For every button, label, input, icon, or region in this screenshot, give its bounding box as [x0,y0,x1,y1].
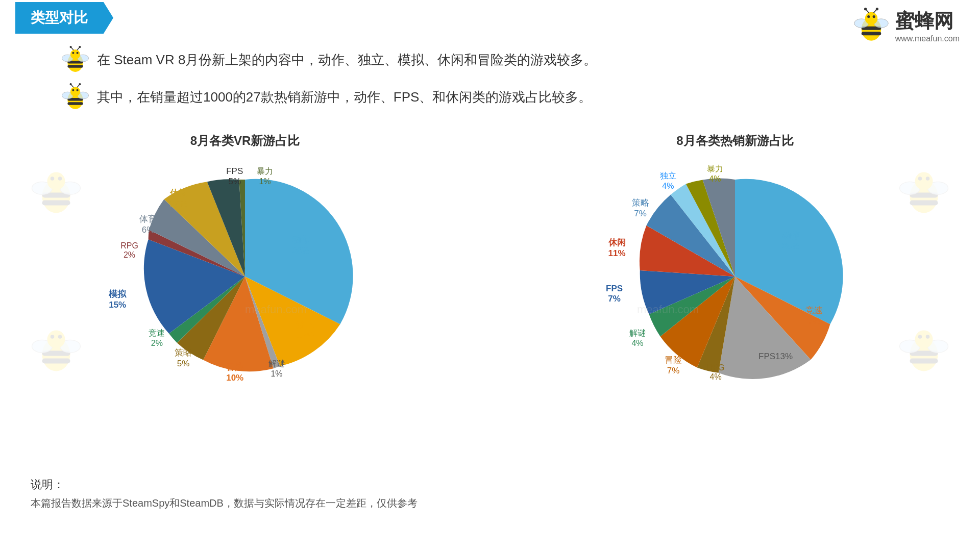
logo-name: 蜜蜂网 [895,8,953,34]
svg-point-57 [915,172,933,190]
svg-point-41 [47,172,65,190]
deco-bee-right [898,163,949,221]
svg-point-21 [70,46,72,48]
label2-jiemi: 解谜4% [629,328,646,348]
svg-point-51 [58,335,62,339]
svg-point-59 [926,177,930,181]
label-tiyu: 体育6% [139,213,157,235]
svg-point-18 [72,52,74,54]
svg-point-43 [58,177,62,181]
svg-point-9 [864,8,867,10]
svg-line-20 [71,47,74,51]
svg-rect-38 [42,201,70,206]
label2-maoxian: 冒险7% [665,354,682,376]
svg-rect-46 [42,359,70,364]
logo-text-group: 蜜蜂网 www.meafun.com [895,8,960,43]
svg-point-66 [918,335,922,339]
svg-point-58 [918,177,922,181]
deco-bee-left-2 [31,321,82,380]
label2-baoli: 暴力4% [707,164,723,184]
label-baoli1: 暴力1% [257,166,273,186]
label2-rpg: RPG4% [707,363,725,382]
header: 类型对比 [0,0,980,36]
desc-text-1: 在 Steam VR 8月份新上架的内容中，动作、独立、模拟、休闲和冒险类的游戏… [97,50,597,70]
svg-point-30 [72,89,74,91]
chart2-container: 8月各类热销新游占比 [526,133,944,394]
label2-fps13: FPS13% [758,352,793,362]
desc-bee-icon-1 [61,46,89,74]
svg-point-11 [875,8,878,10]
svg-rect-54 [910,201,938,206]
desc-text-2: 其中，在销量超过1000的27款热销新游中，动作、FPS、和休闲类的游戏占比较多… [97,87,592,107]
svg-point-7 [872,15,875,18]
label2-xiuxian: 休闲11% [608,237,626,259]
footer-section: 说明： 本篇报告数据来源于SteamSpy和SteamDB，数据与实际情况存在一… [31,477,418,510]
logo-url: www.meafun.com [895,34,960,43]
svg-point-5 [865,12,877,25]
svg-rect-26 [67,102,83,105]
svg-point-29 [70,87,80,96]
desc-line-1: 在 Steam VR 8月份新上架的内容中，动作、独立、模拟、休闲和冒险类的游戏… [61,46,878,74]
svg-point-67 [926,335,930,339]
chart1-container: 8月各类VR新游占比 [36,133,454,394]
label-dongzuo: 动作26% [292,234,309,256]
svg-point-33 [70,83,72,85]
svg-point-17 [70,49,80,59]
svg-point-65 [915,331,933,348]
svg-point-31 [77,89,79,91]
svg-rect-2 [861,32,881,35]
label-maoxian: 冒险10% [226,361,243,383]
svg-line-34 [77,85,80,88]
desc-line-2: 其中，在销量超过1000的27款热销新游中，动作、FPS、和休闲类的游戏占比较多… [61,83,878,111]
svg-point-23 [79,46,81,48]
svg-point-50 [51,335,55,339]
label-moni: 模拟15% [109,288,126,310]
chart2-pie: 动作26% 竞速7% FPS13% RPG4% 冒险7% 解谜4% FPS7% … [618,159,852,394]
svg-point-42 [51,177,55,181]
chart1-pie: 动作26% 独立17% 解谜1% 冒险10% 策略5% 竞速2% 模拟15% R… [128,159,362,394]
chart1-title: 8月各类VR新游占比 [190,133,300,149]
svg-rect-62 [910,359,938,364]
title-badge: 类型对比 [15,2,113,34]
footer-note-label: 说明： [31,477,418,492]
label-fps1: FPS5% [226,166,243,187]
label-xiuxian: 休闲10% [170,187,187,209]
label2-fps7: FPS7% [606,284,623,304]
page-title: 类型对比 [31,10,88,26]
desc-bee-icon-2 [61,83,89,111]
svg-line-10 [873,10,876,13]
svg-point-19 [77,52,79,54]
svg-line-8 [866,10,869,13]
svg-line-32 [71,85,74,88]
svg-rect-14 [67,65,83,68]
label2-celue: 策略7% [632,197,649,219]
logo: 蜜蜂网 www.meafun.com [853,8,960,43]
footer-note: 本篇报告数据来源于SteamSpy和SteamDB，数据与实际情况存在一定差距，… [31,496,418,510]
deco-bee-right-2 [898,321,949,380]
svg-point-49 [47,331,65,348]
svg-line-22 [77,47,80,51]
label-duli: 独立17% [297,319,314,341]
label2-jingsu: 竞速7% [805,305,823,327]
chart2-title: 8月各类热销新游占比 [676,133,793,149]
svg-point-6 [867,15,870,18]
label2-duli: 独立4% [660,171,676,191]
svg-point-35 [79,83,81,85]
deco-bee-left [31,163,82,221]
logo-bee-icon [853,8,889,43]
label-jiemi: 解谜1% [268,359,285,379]
description-section: 在 Steam VR 8月份新上架的内容中，动作、独立、模拟、休闲和冒险类的游戏… [61,46,878,120]
label2-dongzuo: 动作26% [782,230,799,252]
label-rpg: RPG2% [120,241,138,260]
charts-area: 8月各类VR新游占比 [0,133,980,394]
label-celue: 策略5% [175,347,192,369]
label-jingsu: 竞速2% [149,328,165,348]
